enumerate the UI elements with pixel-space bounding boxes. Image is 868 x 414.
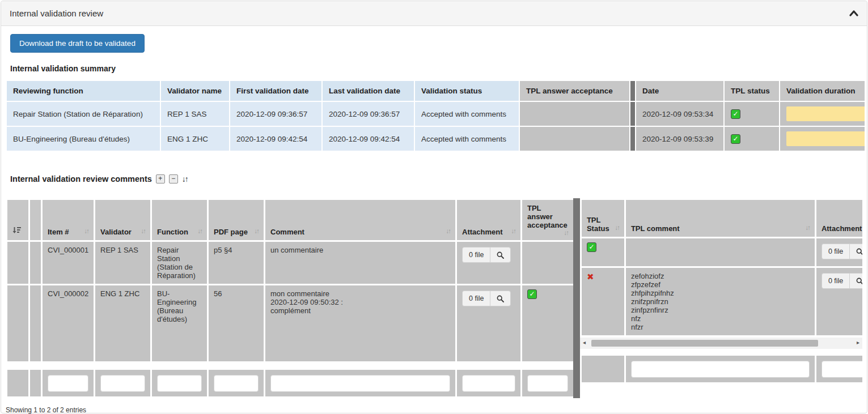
tpl-comment-cell: [625, 238, 815, 267]
file-count-button[interactable]: 0 file: [822, 273, 849, 289]
col-reviewing-function: Reviewing function: [6, 80, 160, 101]
item-cell: CVI_000001: [42, 241, 95, 285]
comments-table-right: TPL Status↓↑ TPL comment↓↑ Attachment↓↑ …: [580, 198, 862, 337]
header-attachment-right[interactable]: Attachment↓↑: [815, 199, 862, 238]
sort-amount-icon: [12, 227, 21, 234]
tpl-answer-acceptance: [519, 101, 630, 126]
sort-both-icon[interactable]: ↓↑: [805, 224, 810, 231]
col-last-validation-date: Last validation date: [322, 80, 414, 101]
summary-header-row: Reviewing function Validator name First …: [6, 80, 865, 101]
header-pdf-page[interactable]: PDF page↓↑: [208, 199, 265, 241]
scrollbar-thumb[interactable]: [591, 340, 818, 347]
col-tpl-status: TPL status: [724, 80, 780, 101]
header-tpl-answer-acceptance[interactable]: TPL answer acceptance↓↑: [522, 199, 574, 241]
tpl-answer-acceptance-cell: [522, 241, 574, 285]
internal-validation-review-panel: Internal validation review Download the …: [1, 1, 867, 413]
sort-both-icon[interactable]: ↓↑: [198, 228, 202, 234]
entries-info: Showing 1 to 2 of 2 entries: [6, 406, 862, 414]
first-validation-date: 2020-12-09 09:42:54: [230, 126, 322, 151]
attachment-right-filter-input[interactable]: [822, 361, 862, 378]
header-attachment[interactable]: Attachment↓↑: [456, 199, 522, 241]
header-comment[interactable]: Comment↓↑: [265, 199, 456, 241]
tpl-status-cell: ✓: [581, 238, 625, 267]
scroll-left-arrow-icon[interactable]: ◂: [583, 339, 586, 345]
search-attachment-button[interactable]: [849, 273, 862, 289]
comments-filter-row-left: [6, 368, 575, 398]
col-first-validation-date: First validation date: [230, 80, 322, 101]
collapse-all-button[interactable]: −: [169, 174, 178, 183]
header-validator[interactable]: Validator↓↑: [95, 199, 151, 241]
filter-empty: [7, 369, 29, 398]
summary-table: Reviewing function Validator name First …: [6, 80, 866, 152]
col-validator-name: Validator name: [160, 80, 230, 101]
header-function[interactable]: Function↓↑: [151, 199, 208, 241]
sort-both-icon[interactable]: ↓↑: [84, 228, 89, 234]
sort-both-icon[interactable]: ↓↑: [255, 228, 259, 234]
header-empty: [29, 199, 42, 241]
row-expand: [29, 241, 42, 285]
header-item[interactable]: Item #↓↑: [42, 199, 95, 241]
header-sort-amount[interactable]: [7, 199, 29, 241]
search-attachment-button[interactable]: [490, 291, 511, 306]
item-cell: CVI_000002: [42, 285, 95, 362]
function-filter-input[interactable]: [157, 375, 202, 392]
comments-header-row-left: Item #↓↑ Validator↓↑ Function↓↑ PDF page…: [7, 199, 574, 241]
attachment-button-group: 0 file: [462, 291, 511, 306]
validation-status: Accepted with comments: [414, 126, 519, 151]
duration-bar: [786, 131, 865, 146]
row-expand: [29, 285, 42, 362]
scroll-right-arrow-icon[interactable]: ▸: [857, 339, 859, 345]
file-count-button[interactable]: 0 file: [462, 247, 490, 263]
reviewing-function: BU-Engineering (Bureau d'études): [6, 126, 160, 151]
pdf-page-filter-input[interactable]: [214, 375, 259, 392]
expand-all-button[interactable]: +: [156, 174, 165, 183]
duration-bar: [786, 106, 865, 121]
sort-both-icon[interactable]: ↓↑: [615, 224, 619, 231]
tpl-answer-filter-input[interactable]: [527, 375, 568, 392]
download-draft-button[interactable]: Download the draft to be validated: [10, 34, 145, 53]
summary-column-divider: [630, 126, 636, 151]
function-cell: Repair Station (Station de Réparation): [151, 241, 208, 285]
tpl-status-cell: ✖: [581, 267, 625, 336]
validation-status: Accepted with comments: [414, 101, 519, 126]
summary-row-1: Repair Station (Station de Réparation) R…: [6, 101, 865, 126]
sort-both-icon[interactable]: ↓↑: [446, 228, 451, 234]
sort-order-icon[interactable]: ↓↑: [182, 174, 188, 183]
search-attachment-button[interactable]: [490, 247, 511, 263]
sort-both-icon[interactable]: ↓↑: [564, 229, 569, 236]
validation-duration-cell: [780, 126, 865, 151]
date: 2020-12-09 09:53:39: [636, 126, 724, 151]
panel-header[interactable]: Internal validation review: [1, 1, 867, 26]
last-validation-date: 2020-12-09 09:36:57: [322, 101, 414, 126]
sort-both-icon[interactable]: ↓↑: [511, 228, 516, 234]
file-count-button[interactable]: 0 file: [822, 244, 849, 259]
search-icon: [497, 295, 504, 302]
tpl-answer-acceptance-cell: ✓: [522, 285, 574, 362]
sort-both-icon[interactable]: ↓↑: [141, 228, 146, 234]
comments-column-divider: [573, 198, 580, 398]
header-tpl-comment[interactable]: TPL comment↓↑: [625, 199, 815, 238]
green-check-icon: ✓: [527, 289, 537, 299]
search-attachment-button[interactable]: [849, 244, 862, 259]
validator-filter-input[interactable]: [100, 375, 145, 392]
chevron-up-icon: [849, 10, 858, 16]
search-icon: [856, 248, 862, 255]
collapse-panel-button[interactable]: [849, 10, 858, 16]
col-validation-status: Validation status: [414, 80, 519, 101]
horizontal-scrollbar[interactable]: ◂ ▸: [580, 338, 862, 349]
filter-attachment-right: [815, 355, 862, 383]
attachment-filter-input[interactable]: [462, 375, 515, 392]
function-cell: BU-Engineering (Bureau d'études): [151, 285, 208, 362]
comment-filter-input[interactable]: [270, 375, 450, 392]
attachment-cell: 0 file: [456, 241, 522, 285]
file-count-button[interactable]: 0 file: [462, 291, 490, 306]
filter-attachment: [456, 369, 522, 398]
comments-heading-label: Internal validation review comments: [10, 174, 152, 183]
header-tpl-status[interactable]: TPL Status↓↑: [581, 199, 625, 238]
tpl-comment-filter-input[interactable]: [631, 361, 810, 378]
tpl-comment-cell: zefohziofz zfpzefzef zhfpihzpifnhz znifz…: [625, 267, 815, 336]
comments-split: Item #↓↑ Validator↓↑ Function↓↑ PDF page…: [6, 198, 862, 398]
validation-duration-cell: [780, 101, 865, 126]
comments-right-panel: TPL Status↓↑ TPL comment↓↑ Attachment↓↑ …: [580, 198, 862, 398]
item-filter-input[interactable]: [48, 375, 88, 392]
